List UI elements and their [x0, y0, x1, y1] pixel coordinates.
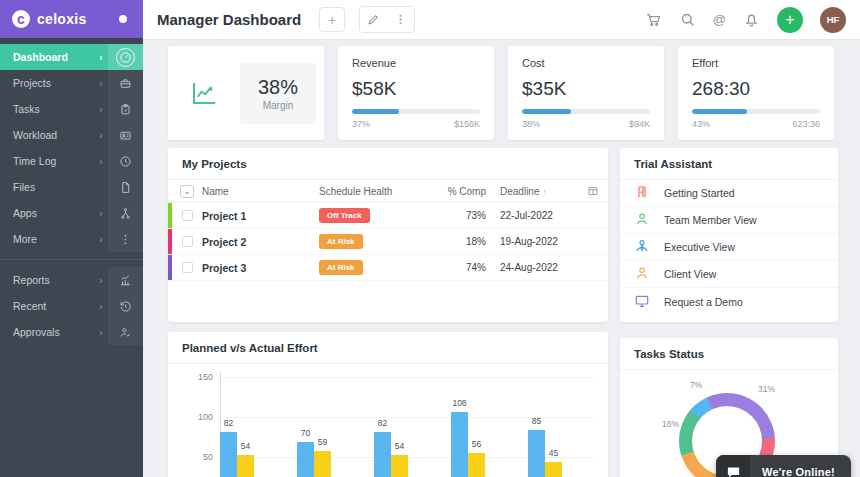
more-icon[interactable] [108, 226, 143, 252]
sidebar-item-workload[interactable]: Workload› [0, 122, 143, 148]
door-icon [634, 184, 650, 202]
pencil-icon [367, 13, 380, 26]
kpi-card-revenue: Revenue$58K37%$156K [338, 46, 494, 140]
bar-value-label: 56 [472, 439, 481, 449]
sidebar-item-label: Reports [0, 274, 94, 286]
sidebar-item-approvals[interactable]: Approvals› [0, 319, 143, 345]
kpi-percent: 38% [522, 119, 540, 129]
sidebar-item-tasks[interactable]: Tasks› [0, 96, 143, 122]
recent-icon[interactable] [108, 293, 143, 319]
tasks-icon[interactable] [108, 96, 143, 122]
bar-actual [391, 455, 408, 477]
table-row[interactable]: Project 2At Risk18%19-Aug-2022 [168, 229, 608, 255]
percent-complete: 18% [434, 236, 486, 247]
celoxis-logo-icon: c [12, 10, 30, 28]
workload-icon[interactable] [108, 122, 143, 148]
edit-dashboard-button[interactable] [360, 7, 387, 32]
live-chat-widget[interactable]: We're Online! [716, 455, 851, 477]
col-name[interactable]: Name [202, 186, 319, 197]
chevron-right-icon: › [94, 52, 108, 63]
dashboard-icon[interactable] [108, 44, 143, 70]
trial-assistant-panel: Trial Assistant Getting StartedTeam Memb… [620, 148, 838, 322]
search-icon[interactable] [679, 11, 696, 28]
timelog-icon[interactable] [108, 148, 143, 174]
dashboard-actions-group [359, 6, 415, 33]
sidebar-item-reports[interactable]: Reports› [0, 267, 143, 293]
col-deadline[interactable]: Deadline↑ [486, 186, 578, 197]
apps-icon[interactable] [108, 200, 143, 226]
kpi-percent: 37% [352, 119, 370, 129]
effort-chart-title: Planned v/s Actual Effort [168, 332, 608, 364]
sidebar-item-time-log[interactable]: Time Log› [0, 148, 143, 174]
project-name[interactable]: Project 1 [202, 210, 319, 222]
bar-actual [314, 451, 331, 477]
trial-item-client-view[interactable]: Client View [620, 261, 838, 288]
sort-asc-icon: ↑ [542, 187, 547, 197]
files-icon[interactable] [108, 174, 143, 200]
trial-item-label: Request a Demo [664, 296, 743, 308]
brand-name: celoxis [37, 11, 112, 27]
project-name[interactable]: Project 2 [202, 236, 319, 248]
trial-item-request-a-demo[interactable]: Request a Demo [620, 288, 838, 315]
row-checkbox[interactable] [182, 210, 193, 221]
mention-icon[interactable]: @ [713, 12, 726, 27]
sidebar-item-label: Apps [0, 207, 94, 219]
projects-table: ⌄ Name Schedule Health % Comp Deadline↑ … [168, 180, 608, 281]
trial-item-team-member-view[interactable]: Team Member View [620, 207, 838, 234]
kpi-total: $94K [629, 119, 650, 129]
deadline: 24-Aug-2022 [486, 262, 578, 273]
effort-chart-panel: Planned v/s Actual Effort 50100150825470… [168, 332, 608, 477]
topbar: Manager Dashboard + @ + HF [143, 0, 860, 40]
kpi-title: Cost [522, 57, 650, 69]
table-row[interactable]: Project 1Off Track73%22-Jul-2022 [168, 203, 608, 229]
add-widget-button[interactable]: + [319, 7, 345, 32]
kpi-total: $156K [454, 119, 480, 129]
sidebar-item-projects[interactable]: Projects› [0, 70, 143, 96]
projects-icon[interactable] [108, 70, 143, 96]
project-name[interactable]: Project 3 [202, 262, 319, 274]
global-add-button[interactable]: + [777, 7, 803, 33]
my-projects-panel: My Projects ⌄ Name Schedule Health % Com… [168, 148, 608, 322]
bar-actual [545, 462, 562, 477]
approvals-icon[interactable] [108, 319, 143, 345]
sidebar-item-more[interactable]: More› [0, 226, 143, 252]
sidebar-toggle-dot[interactable] [119, 15, 127, 23]
dashboard-menu-button[interactable] [387, 7, 414, 32]
kpi-title: Revenue [352, 57, 480, 69]
bar-value-label: 82 [378, 418, 387, 428]
select-all-dropdown[interactable]: ⌄ [180, 185, 194, 198]
trial-item-getting-started[interactable]: Getting Started [620, 180, 838, 207]
bar-planned [220, 432, 237, 477]
row-checkbox[interactable] [182, 236, 193, 247]
bell-icon[interactable] [743, 11, 760, 28]
trial-item-executive-view[interactable]: Executive View [620, 234, 838, 261]
sidebar-item-files[interactable]: Files [0, 174, 143, 200]
percent-complete: 74% [434, 262, 486, 273]
kpi-title: Effort [692, 57, 820, 69]
bar-value-label: 59 [318, 437, 327, 447]
row-checkbox[interactable] [182, 262, 193, 273]
chevron-right-icon: › [94, 208, 108, 219]
reports-icon[interactable] [108, 267, 143, 293]
y-axis-tick: 150 [198, 372, 213, 382]
margin-label: Margin [263, 100, 294, 111]
kpi-total: 623:36 [792, 119, 820, 129]
sidebar-item-recent[interactable]: Recent› [0, 293, 143, 319]
client-icon [634, 265, 650, 283]
col-schedule-health[interactable]: Schedule Health [319, 186, 434, 197]
kpi-value: $35K [522, 78, 650, 100]
sidebar-item-apps[interactable]: Apps› [0, 200, 143, 226]
avatar[interactable]: HF [820, 7, 846, 33]
sidebar-item-dashboard[interactable]: Dashboard› [0, 44, 143, 70]
bar-planned [528, 430, 545, 477]
trial-item-label: Team Member View [664, 214, 757, 226]
cart-icon[interactable] [645, 11, 662, 28]
sidebar: c celoxis Dashboard›Projects›Tasks›Workl… [0, 0, 143, 477]
columns-settings-icon[interactable] [578, 185, 608, 197]
chevron-right-icon: › [94, 327, 108, 338]
trial-assistant-items: Getting StartedTeam Member ViewExecutive… [620, 180, 838, 315]
table-row[interactable]: Project 3At Risk74%24-Aug-2022 [168, 255, 608, 281]
bar-value-label: 85 [532, 416, 541, 426]
kpi-value: 268:30 [692, 78, 820, 100]
col-percent-comp[interactable]: % Comp [434, 186, 486, 197]
